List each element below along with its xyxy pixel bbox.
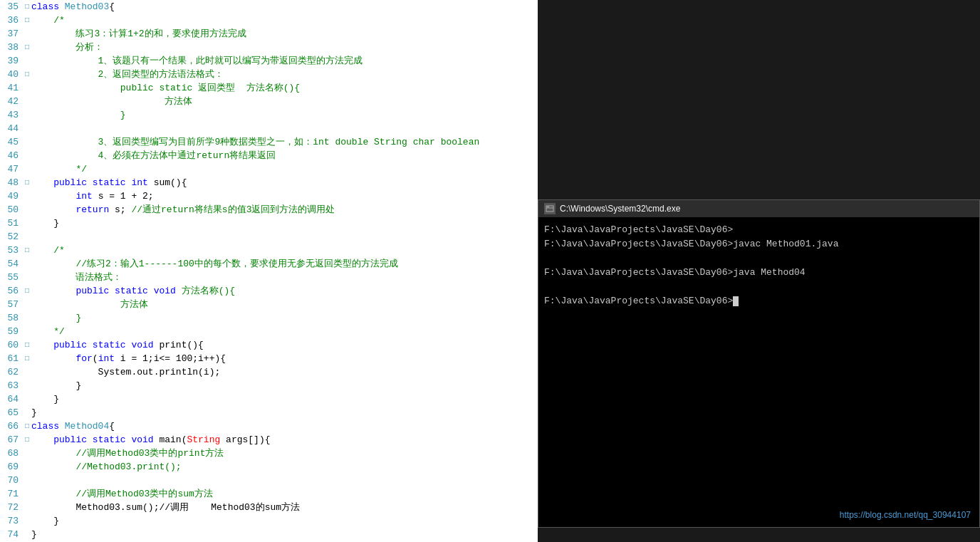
code-line: 57 方法体 [0,298,538,311]
line-content [31,122,37,135]
svg-rect-2 [547,207,549,207]
line-content [31,474,37,487]
cmd-line: F:\Java\JavaProjects\JavaSE\Day06> [544,223,974,237]
line-content: //调用Method03类中的print方法 [31,447,224,460]
line-number: 67 [0,433,23,447]
line-number: 72 [0,501,23,514]
line-content: int s = 1 + 2; [31,189,154,203]
code-line: 48□ public static int sum(){ [0,176,538,189]
line-number: 44 [0,122,23,135]
line-number: 52 [0,230,23,244]
line-fold: □ [23,0,31,14]
cmd-line [544,280,974,294]
line-content [31,230,37,244]
line-number: 37 [0,27,23,41]
code-line: 52 [0,230,538,244]
line-content: 2、返回类型的方法语法格式： [31,68,224,81]
line-number: 61 [0,352,23,365]
line-content: public static void main(String args[]){ [31,433,271,447]
line-number: 51 [0,217,23,230]
line-content: 语法格式： [31,271,122,284]
line-fold: □ [23,176,31,189]
cmd-line: F:\Java\JavaProjects\JavaSE\Day06>java M… [544,266,974,280]
line-number: 70 [0,474,23,487]
code-line: 41 public static 返回类型 方法名称(){ [0,81,538,95]
line-number: 36 [0,14,23,27]
cmd-title: C:\Windows\System32\cmd.exe [560,204,680,214]
line-content: 练习3：计算1+2的和，要求使用方法完成 [31,27,246,41]
line-fold: □ [23,68,31,81]
line-content: public static void print(){ [31,338,204,352]
code-line: 51 } [0,217,538,230]
line-number: 56 [0,284,23,298]
line-number: 43 [0,108,23,122]
cmd-titlebar: C:\Windows\System32\cmd.exe [538,200,979,217]
right-section: C:\Windows\System32\cmd.exe F:\Java\Java… [538,0,980,542]
code-line: 62 System.out.println(i); [0,365,538,379]
line-fold: □ [23,419,31,433]
code-line: 72 Method03.sum();//调用 Method03的sum方法 [0,501,538,514]
line-number: 71 [0,487,23,501]
line-number: 65 [0,406,23,419]
line-number: 73 [0,514,23,528]
code-area[interactable]: 35□class Method03{36□ /*37 练习3：计算1+2的和，要… [0,0,538,542]
code-line: 40□ 2、返回类型的方法语法格式： [0,68,538,81]
line-number: 42 [0,95,23,108]
line-number: 45 [0,135,23,149]
code-line: 47 */ [0,162,538,176]
line-number: 64 [0,392,23,406]
code-line: 55 语法格式： [0,271,538,284]
line-content: 方法体 [31,298,148,311]
code-line: 36□ /* [0,14,538,27]
line-content: class Method04{ [31,419,115,433]
line-content: */ [31,162,87,176]
code-line: 71 //调用Method03类中的sum方法 [0,487,538,501]
code-line: 54 //练习2：输入1------100中的每个数，要求使用无参无返回类型的方… [0,257,538,271]
line-number: 47 [0,162,23,176]
line-number: 55 [0,271,23,284]
line-content: 1、该题只有一个结果，此时就可以编写为带返回类型的方法完成 [31,54,363,68]
line-number: 40 [0,68,23,81]
code-line: 56□ public static void 方法名称(){ [0,284,538,298]
line-content: class Method03{ [31,0,115,14]
line-content: } [31,514,59,528]
code-editor: 35□class Method03{36□ /*37 练习3：计算1+2的和，要… [0,0,538,542]
cmd-line: F:\Java\JavaProjects\JavaSE\Day06> [544,294,974,308]
code-line: 60□ public static void print(){ [0,338,538,352]
line-fold: □ [23,352,31,365]
code-line: 42 方法体 [0,95,538,108]
line-content: } [31,528,37,541]
code-line: 45 3、返回类型编写为目前所学9种数据类型之一，如：int double St… [0,135,538,149]
code-line: 68 //调用Method03类中的print方法 [0,447,538,460]
code-line: 35□class Method03{ [0,0,538,14]
line-number: 74 [0,528,23,541]
line-content: for(int i = 1;i<= 100;i++){ [31,352,226,365]
blog-link[interactable]: https://blog.csdn.net/qq_30944107 [837,509,974,521]
code-line: 70 [0,474,538,487]
code-line: 74} [0,528,538,541]
cmd-window: C:\Windows\System32\cmd.exe F:\Java\Java… [538,199,980,528]
line-number: 57 [0,298,23,311]
line-number: 54 [0,257,23,271]
line-number: 50 [0,203,23,217]
code-line: 63 } [0,379,538,392]
line-content: } [31,217,59,230]
code-line: 46 4、必须在方法体中通过return将结果返回 [0,149,538,162]
line-number: 39 [0,54,23,68]
line-content: 3、返回类型编写为目前所学9种数据类型之一，如：int double Strin… [31,135,479,149]
cmd-line [544,251,974,266]
line-content: //Method03.print(); [31,460,182,474]
cmd-body[interactable]: F:\Java\JavaProjects\JavaSE\Day06>F:\Jav… [538,217,979,527]
line-content: System.out.println(i); [31,365,220,379]
code-line: 37 练习3：计算1+2的和，要求使用方法完成 [0,27,538,41]
line-content: } [31,379,81,392]
line-fold: □ [23,284,31,298]
line-content: /* [31,14,65,27]
cmd-line: F:\Java\JavaProjects\JavaSE\Day06>javac … [544,237,974,251]
code-line: 61□ for(int i = 1;i<= 100;i++){ [0,352,538,365]
line-number: 41 [0,81,23,95]
line-content: public static int sum(){ [31,176,187,189]
line-content: Method03.sum();//调用 Method03的sum方法 [31,501,300,514]
line-content: return s; //通过return将结果s的值3返回到方法的调用处 [31,203,335,217]
line-content: } [31,311,81,325]
